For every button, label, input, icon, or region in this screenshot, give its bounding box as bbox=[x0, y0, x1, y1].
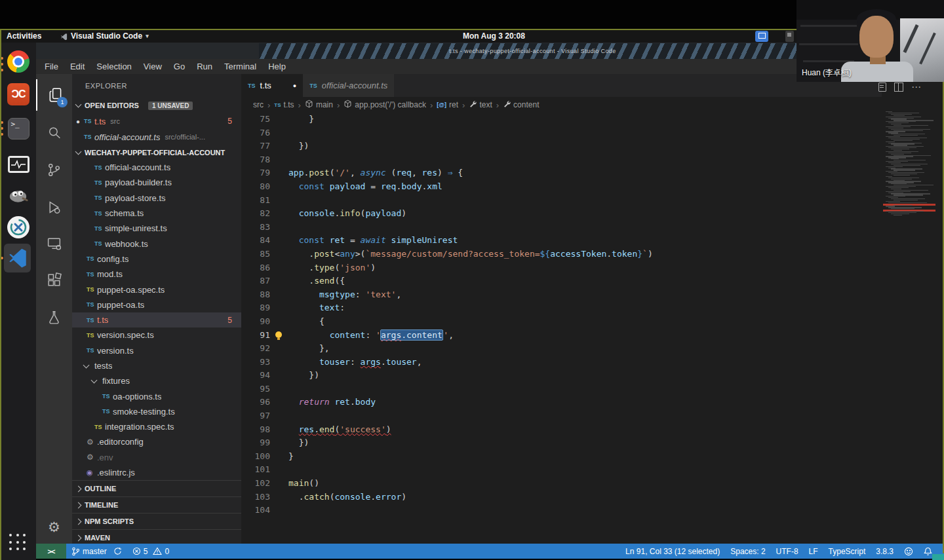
code-line[interactable]: 98 res.end('success') bbox=[241, 423, 882, 437]
breadcrumb-item[interactable]: TSt.ts bbox=[274, 100, 294, 109]
indentation-setting[interactable]: Spaces: 2 bbox=[730, 547, 765, 556]
breadcrumb-item[interactable]: main bbox=[305, 100, 333, 110]
code-line[interactable]: 79app.post('/', async (req, res) ⇒ { bbox=[241, 166, 882, 180]
code-line[interactable]: 97 bbox=[241, 409, 882, 423]
tree-item-config-ts[interactable]: TSconfig.ts bbox=[72, 252, 241, 267]
code-line[interactable]: 76 bbox=[241, 126, 882, 140]
manage-gear-icon[interactable]: ⚙ bbox=[36, 512, 72, 543]
section-header-maven[interactable]: MAVEN bbox=[72, 529, 241, 544]
tree-item-fixtures[interactable]: fixtures bbox=[72, 373, 241, 388]
code-line[interactable]: 77 }) bbox=[241, 140, 882, 153]
breadcrumb-item[interactable]: content bbox=[503, 100, 539, 110]
menu-item-edit[interactable]: Edit bbox=[64, 59, 90, 74]
tree-item--eslintrc-js[interactable]: ◉.eslintrc.js bbox=[72, 465, 241, 480]
chrome-dock-icon[interactable] bbox=[6, 49, 31, 74]
dc-app-dock-icon[interactable]: ƆC bbox=[6, 82, 31, 107]
search-view-icon[interactable] bbox=[36, 117, 72, 148]
vscode-dock-icon[interactable] bbox=[6, 246, 31, 271]
remote-indicator[interactable]: >< bbox=[36, 544, 66, 559]
code-line[interactable]: 80 const payload = req.body.xml bbox=[241, 180, 882, 194]
split-editor-icon[interactable] bbox=[894, 83, 903, 92]
tree-item-puppet-oa-ts[interactable]: TSpuppet-oa.ts bbox=[72, 297, 241, 312]
code-line[interactable]: 101 bbox=[241, 463, 882, 477]
x-app-dock-icon[interactable] bbox=[6, 215, 31, 240]
tree-item-simple-unirest-ts[interactable]: TSsimple-unirest.ts bbox=[72, 221, 241, 236]
terminal-dock-icon[interactable]: >_ bbox=[6, 116, 31, 141]
encoding-setting[interactable]: UTF-8 bbox=[776, 547, 798, 556]
tree-item-webhook-ts[interactable]: TSwebhook.ts bbox=[72, 236, 241, 251]
tab-official-account-ts[interactable]: TSofficial-account.ts bbox=[303, 74, 394, 97]
code-line[interactable]: 94 }) bbox=[241, 369, 882, 383]
code-line[interactable]: 91 content: 'args.content', bbox=[241, 329, 882, 343]
tree-item--editorconfig[interactable]: ⚙.editorconfig bbox=[72, 434, 241, 449]
explorer-view-icon[interactable]: 1 bbox=[36, 79, 73, 111]
section-header-timeline[interactable]: TIMELINE bbox=[72, 496, 241, 513]
project-folder-header[interactable]: WECHATY-PUPPET-OFFICIAL-ACCOUNT bbox=[72, 145, 241, 160]
app-menu-button[interactable]: Visual Studio Code ▾ bbox=[60, 31, 149, 42]
tree-item-smoke-testing-ts[interactable]: TSsmoke-testing.ts bbox=[72, 404, 241, 419]
screenshare-indicator-icon[interactable] bbox=[755, 31, 768, 42]
code-line[interactable]: 96 return ret.body bbox=[241, 396, 882, 409]
open-editors-header[interactable]: OPEN EDITORS 1 UNSAVED bbox=[72, 98, 241, 113]
open-editor-item[interactable]: TSofficial-account.tssrc/official-... bbox=[72, 129, 241, 145]
code-line[interactable]: 75 } bbox=[241, 113, 882, 126]
code-editor[interactable]: 75 }7677 })7879app.post('/', async (req,… bbox=[241, 113, 882, 544]
code-line[interactable]: 86 .type('json') bbox=[241, 261, 882, 275]
tray-icon[interactable] bbox=[785, 31, 794, 42]
tree-item-oa-options-ts[interactable]: TSoa-options.ts bbox=[72, 388, 241, 403]
code-line[interactable]: 84 const ret = await simpleUnirest bbox=[241, 234, 882, 248]
code-line[interactable]: 89 text: bbox=[241, 301, 882, 315]
breadcrumb[interactable]: src›TSt.ts›main›app.post('/') callback›[… bbox=[241, 97, 882, 113]
code-line[interactable]: 81 bbox=[241, 194, 882, 208]
source-control-view-icon[interactable] bbox=[36, 154, 72, 185]
menu-item-run[interactable]: Run bbox=[191, 59, 218, 74]
sync-icon[interactable] bbox=[113, 547, 122, 555]
menu-item-file[interactable]: File bbox=[39, 59, 64, 74]
tree-item-payload-store-ts[interactable]: TSpayload-store.ts bbox=[72, 191, 241, 206]
minimap[interactable] bbox=[882, 74, 939, 544]
language-mode[interactable]: TypeScript bbox=[829, 547, 866, 556]
remote-explorer-view-icon[interactable] bbox=[36, 227, 72, 259]
menu-item-help[interactable]: Help bbox=[262, 59, 292, 74]
code-line[interactable]: 83 bbox=[241, 221, 882, 234]
tree-item-schema-ts[interactable]: TSschema.ts bbox=[72, 206, 241, 221]
clock[interactable]: Mon Aug 3 20:08 bbox=[463, 31, 525, 42]
extensions-view-icon[interactable] bbox=[36, 264, 72, 295]
tree-item-t-ts[interactable]: TSt.ts5 bbox=[72, 312, 241, 327]
cursor-position[interactable]: Ln 91, Col 33 (12 selected) bbox=[625, 547, 720, 556]
lightbulb-icon[interactable] bbox=[275, 331, 282, 338]
system-monitor-dock-icon[interactable] bbox=[6, 152, 31, 177]
tree-item-official-account-ts[interactable]: TSofficial-account.ts bbox=[72, 160, 241, 175]
section-header-outline[interactable]: OUTLINE bbox=[72, 480, 241, 496]
more-actions-icon[interactable]: ⋯ bbox=[911, 84, 922, 90]
typescript-version[interactable]: 3.8.3 bbox=[876, 547, 894, 556]
section-header-npm-scripts[interactable]: NPM SCRIPTS bbox=[72, 513, 241, 529]
tree-item--env[interactable]: ⚙.env bbox=[72, 450, 241, 465]
code-line[interactable]: 95 bbox=[241, 383, 882, 396]
menu-item-go[interactable]: Go bbox=[168, 59, 191, 74]
code-line[interactable]: 103 .catch(console.error) bbox=[241, 491, 882, 504]
open-editor-item[interactable]: ●TSt.tssrc5 bbox=[72, 113, 241, 129]
problems-item[interactable]: 5 0 bbox=[132, 547, 169, 556]
tree-item-version-spec-ts[interactable]: TSversion.spec.ts bbox=[72, 327, 241, 343]
run-debug-view-icon[interactable] bbox=[36, 191, 72, 223]
code-line[interactable]: 90 { bbox=[241, 315, 882, 329]
code-line[interactable]: 99 }) bbox=[241, 436, 882, 450]
tree-item-payload-builder-ts[interactable]: TSpayload-builder.ts bbox=[72, 175, 241, 190]
code-line[interactable]: 88 msgtype: 'text', bbox=[241, 288, 882, 302]
breadcrumb-item[interactable]: text bbox=[469, 100, 492, 110]
show-applications-button[interactable] bbox=[9, 534, 28, 552]
code-line[interactable]: 87 .send({ bbox=[241, 274, 882, 288]
code-line[interactable]: 92 }, bbox=[241, 342, 882, 356]
code-line[interactable]: 82 console.info(payload) bbox=[241, 207, 882, 221]
code-line[interactable]: 78 bbox=[241, 153, 882, 167]
menu-item-view[interactable]: View bbox=[138, 59, 168, 74]
tree-item-version-ts[interactable]: TSversion.ts bbox=[72, 343, 241, 358]
code-line[interactable]: 104 bbox=[241, 504, 882, 517]
tree-item-mod-ts[interactable]: TSmod.ts bbox=[72, 267, 241, 282]
code-line[interactable]: 102main() bbox=[241, 477, 882, 491]
activities-button[interactable]: Activities bbox=[7, 31, 41, 42]
code-line[interactable]: 85 .post<any>(`message/custom/send?acces… bbox=[241, 248, 882, 261]
open-changes-icon[interactable] bbox=[878, 83, 886, 92]
tree-item-puppet-oa-spec-ts[interactable]: TSpuppet-oa.spec.ts bbox=[72, 282, 241, 297]
